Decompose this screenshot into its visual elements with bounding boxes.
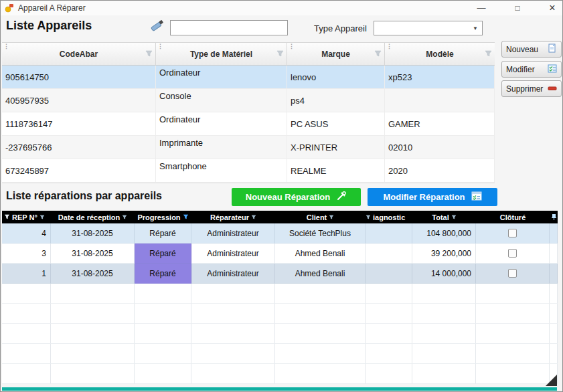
cloture-checkbox[interactable] (508, 249, 517, 258)
filter-icon[interactable] (276, 50, 284, 58)
cell-date[interactable]: 31-08-2025 (51, 243, 135, 264)
column-header-date[interactable]: Date de réception (51, 211, 135, 223)
cell-marque[interactable]: X-PRINTER (287, 136, 385, 159)
empty-row (2, 364, 558, 384)
appareil-row[interactable]: 405957935 Console ps4 (2, 89, 495, 112)
column-header-modele[interactable]: ⋮ Modèle (385, 43, 495, 65)
cell-filler (550, 223, 558, 243)
cell-type[interactable]: Console (156, 89, 287, 112)
cell-codeabar[interactable]: 673245897 (2, 159, 156, 182)
cell-codeabar[interactable]: 1118736147 (2, 112, 156, 135)
cell-marque[interactable]: lenovo (287, 66, 385, 88)
resize-grip[interactable] (546, 375, 557, 386)
modifier-reparation-button[interactable]: Modifier Réparation (368, 188, 497, 206)
column-filter-icon[interactable] (329, 215, 334, 220)
cell-progression[interactable]: Réparé (135, 223, 191, 243)
cell-reparateur[interactable]: Administrateur (191, 223, 275, 243)
filter-icon[interactable] (374, 50, 382, 58)
column-header-total[interactable]: Total (412, 211, 476, 223)
appareil-row[interactable]: 1118736147 Ordinateur PC ASUS GAMER (2, 112, 495, 136)
column-filter-icon[interactable] (122, 215, 127, 220)
maximize-button[interactable]: □ (507, 1, 528, 15)
cell-reparateur[interactable]: Administrateur (191, 243, 275, 264)
empty-row (2, 344, 558, 364)
cell-marque[interactable]: REALME (287, 159, 385, 182)
cell-modele[interactable]: GAMER (385, 112, 495, 135)
filter-icon[interactable] (145, 50, 153, 58)
filter-icon[interactable] (485, 50, 492, 58)
cell-filler (550, 264, 558, 284)
cell-total[interactable]: 14 000,000 (412, 264, 476, 284)
cell-codeabar[interactable]: 905614750 (2, 66, 156, 88)
grid-filter-icon[interactable] (4, 214, 10, 220)
cell-type[interactable]: Ordinateur (156, 112, 287, 135)
cell-cloture (476, 223, 550, 243)
close-button[interactable]: × (542, 1, 562, 15)
active-filter-icon[interactable] (183, 214, 189, 220)
supprimer-button[interactable]: Supprimer (501, 80, 562, 97)
cell-type[interactable]: Smartphone (156, 159, 287, 182)
appareil-row[interactable]: 673245897 Smartphone REALME 2020 (2, 159, 495, 183)
cell-rep[interactable]: 3 (2, 243, 51, 264)
column-header-marque[interactable]: ⋮ Marque (287, 43, 385, 65)
reparation-row[interactable]: 4 31-08-2025 Réparé Administrateur Socié… (2, 223, 558, 243)
cell-cloture (476, 264, 550, 284)
appareils-grid: ⋮ CodeAbar ⋮ Type de Matériel ⋮ Marque ⋮… (2, 42, 495, 183)
column-header-type[interactable]: ⋮ Type de Matériel (156, 43, 287, 65)
header-pin-icon[interactable] (550, 211, 558, 223)
cloture-checkbox[interactable] (508, 269, 517, 278)
cell-cloture (476, 243, 550, 264)
nouveau-reparation-button[interactable]: Nouveau Réparation (232, 188, 361, 206)
cell-modele[interactable]: 02010 (385, 136, 495, 159)
column-filter-icon[interactable] (366, 215, 371, 220)
column-header-cloture[interactable]: Clôturé (476, 211, 550, 223)
cell-rep[interactable]: 1 (2, 264, 51, 284)
cell-codeabar[interactable]: -237695766 (2, 136, 156, 159)
cell-diagnostic[interactable] (366, 243, 412, 264)
reparation-row[interactable]: 3 31-08-2025 Réparé Administrateur Ahmed… (2, 243, 558, 264)
column-header-diagnostic[interactable]: iagnostic (366, 211, 412, 223)
cell-client[interactable]: Société TechPlus (275, 223, 366, 243)
cell-filler (550, 243, 558, 264)
minimize-button[interactable]: — (471, 1, 491, 15)
nouveau-button[interactable]: Nouveau (501, 41, 562, 58)
dropdown-arrow-icon[interactable]: ▼ (469, 22, 481, 34)
appareil-row-selected[interactable]: 905614750 Ordinateur lenovo xp523 (2, 66, 495, 89)
cell-codeabar[interactable]: 405957935 (2, 89, 156, 112)
type-appareil-select[interactable]: ▼ (374, 21, 483, 35)
cell-modele[interactable] (385, 89, 495, 112)
cell-client[interactable]: Ahmed Benali (275, 264, 366, 284)
cloture-checkbox[interactable] (508, 229, 517, 237)
column-filter-icon[interactable] (39, 215, 45, 220)
cell-total[interactable]: 104 800,000 (412, 223, 476, 243)
cell-diagnostic[interactable] (366, 223, 412, 243)
cell-reparateur[interactable]: Administrateur (191, 264, 275, 284)
app-window: Appareil A Réparer — □ × Liste Appareils… (0, 0, 563, 392)
cell-progression[interactable]: Réparé (135, 264, 191, 284)
appareil-row[interactable]: -237695766 Imprimante X-PRINTER 02010 (2, 136, 495, 159)
column-header-reparateur[interactable]: Réparateur (191, 211, 275, 223)
cell-progression[interactable]: Réparé (135, 243, 191, 264)
cell-total[interactable]: 39 200,000 (412, 243, 476, 264)
cell-date[interactable]: 31-08-2025 (51, 223, 135, 243)
cell-diagnostic[interactable] (366, 264, 412, 284)
cell-marque[interactable]: PC ASUS (287, 112, 385, 135)
reparation-row[interactable]: 1 31-08-2025 Réparé Administrateur Ahmed… (2, 264, 558, 284)
cell-date[interactable]: 31-08-2025 (51, 264, 135, 284)
empty-row (2, 304, 558, 324)
cell-modele[interactable]: xp523 (385, 66, 495, 88)
column-header-client[interactable]: Client (275, 211, 366, 223)
modifier-button[interactable]: Modifier (501, 61, 562, 78)
cell-type[interactable]: Ordinateur (156, 66, 287, 88)
column-header-codeabar[interactable]: ⋮ CodeAbar (2, 43, 156, 65)
cell-type[interactable]: Imprimante (156, 136, 287, 159)
search-input[interactable] (170, 20, 288, 35)
cell-client[interactable]: Ahmed Benali (275, 243, 366, 264)
column-header-progression[interactable]: Progression (135, 211, 191, 223)
column-header-rep[interactable]: REP N° (2, 211, 51, 223)
cell-marque[interactable]: ps4 (287, 89, 385, 112)
column-filter-icon[interactable] (251, 215, 256, 220)
column-filter-icon[interactable] (451, 215, 457, 220)
cell-rep[interactable]: 4 (2, 223, 51, 243)
cell-modele[interactable]: 2020 (385, 159, 495, 182)
